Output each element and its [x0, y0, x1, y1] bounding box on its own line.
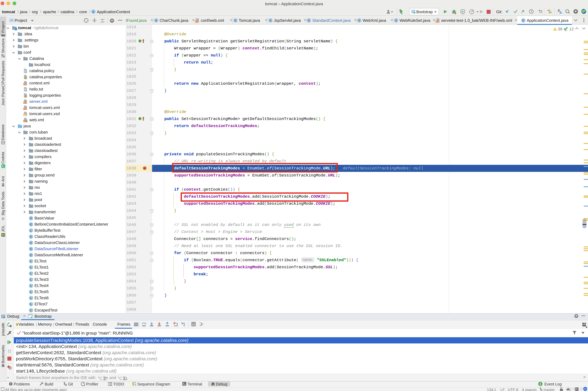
svg-text:<>: <> [436, 20, 438, 23]
svg-text:C: C [155, 19, 157, 22]
svg-text:C: C [270, 19, 272, 22]
svg-text:C: C [522, 19, 524, 22]
svg-text:1: 1 [540, 383, 541, 386]
svg-text:C: C [30, 223, 32, 226]
svg-text:<>: <> [23, 83, 26, 86]
svg-text:D: D [2, 217, 4, 220]
svg-text:A: A [560, 11, 562, 14]
svg-text:<: < [24, 120, 25, 122]
svg-text:C: C [30, 235, 32, 238]
svg-text:C: C [30, 241, 32, 244]
svg-text:<>: <> [23, 101, 26, 104]
svg-text:I: I [139, 117, 141, 120]
svg-text:I: I [139, 40, 141, 42]
svg-text:C: C [308, 19, 310, 22]
svg-text:C: C [92, 10, 94, 13]
svg-text:C: C [395, 19, 397, 22]
svg-text:xs: xs [24, 114, 26, 116]
svg-text:C: C [30, 247, 32, 251]
svg-text:C: C [358, 19, 360, 22]
svg-text:C: C [30, 217, 32, 220]
svg-text:<>: <> [195, 20, 198, 23]
svg-text:C: C [234, 19, 236, 22]
svg-text:C: C [30, 254, 32, 257]
svg-text:<>: <> [23, 108, 26, 110]
